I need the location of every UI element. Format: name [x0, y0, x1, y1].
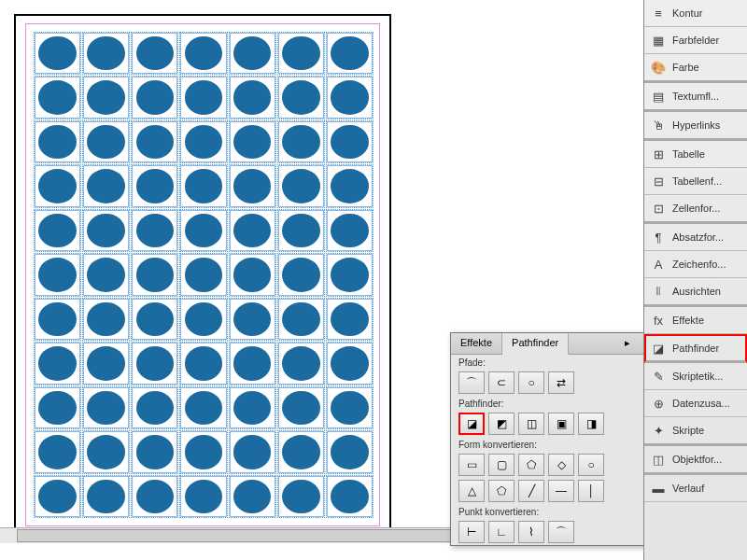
grid-cell[interactable] [180, 431, 226, 472]
grid-cell[interactable] [180, 165, 226, 206]
grid-cell[interactable] [132, 165, 177, 206]
grid-cell[interactable] [180, 387, 226, 428]
grid-cell[interactable] [83, 387, 129, 428]
panel-effekte[interactable]: fxEffekte [644, 307, 747, 334]
grid-cell[interactable] [132, 121, 177, 162]
tab-pathfinder[interactable]: Pathfinder [502, 333, 569, 355]
shape-vline-button[interactable]: │ [578, 480, 604, 502]
grid-cell[interactable] [230, 476, 275, 517]
shape-roundrect-button[interactable]: ▢ [488, 454, 514, 476]
pathfinder-subtract-button[interactable]: ◩ [488, 413, 514, 435]
panel-farbfelder[interactable]: ▦Farbfelder [644, 27, 747, 54]
point-smooth-button[interactable]: ⌇ [518, 521, 544, 543]
grid-cell[interactable] [83, 77, 129, 118]
grid-cell[interactable] [180, 299, 226, 340]
grid-cell[interactable] [327, 387, 373, 428]
path-reverse-button[interactable]: ⇄ [548, 371, 574, 394]
panel-hyperlinks[interactable]: 🖱Hyperlinks [644, 112, 747, 141]
grid-cell[interactable] [278, 431, 324, 472]
grid-cell[interactable] [83, 343, 129, 384]
grid-cell[interactable] [35, 343, 80, 384]
pathfinder-exclude-button[interactable]: ▣ [548, 413, 574, 435]
grid-cell[interactable] [278, 210, 324, 251]
grid-cell[interactable] [230, 121, 275, 162]
grid-cell[interactable] [83, 299, 129, 340]
shape-polygon-button[interactable]: ⬠ [488, 480, 514, 502]
grid-cell[interactable] [35, 476, 80, 517]
grid-cell[interactable] [35, 210, 80, 251]
grid-cell[interactable] [83, 254, 129, 295]
grid-cell[interactable] [327, 77, 373, 118]
grid-cell[interactable] [83, 431, 129, 472]
panel-farbe[interactable]: 🎨Farbe [644, 54, 747, 83]
shape-ellipse-button[interactable]: ○ [578, 454, 604, 476]
grid-cell[interactable] [180, 476, 226, 517]
grid-cell[interactable] [278, 77, 324, 118]
grid-cell[interactable] [35, 33, 80, 74]
grid-cell[interactable] [327, 343, 373, 384]
grid-cell[interactable] [230, 165, 275, 206]
panel-datenzusammen[interactable]: ⊕Datenzusa... [644, 390, 747, 417]
grid-cell[interactable] [35, 77, 80, 118]
grid-cell[interactable] [230, 77, 275, 118]
panel-objektformate[interactable]: ◫Objektfor... [644, 446, 747, 475]
grid-cell[interactable] [83, 121, 129, 162]
grid-cell[interactable] [180, 121, 226, 162]
grid-cell[interactable] [180, 343, 226, 384]
grid-cell[interactable] [132, 33, 177, 74]
grid-cell[interactable] [35, 299, 80, 340]
panel-verlauf[interactable]: ▬Verlauf [644, 475, 747, 502]
grid-cell[interactable] [327, 165, 373, 206]
grid-cell[interactable] [132, 299, 177, 340]
point-symmetric-button[interactable]: ⌒ [548, 521, 574, 543]
panel-kontur[interactable]: ≡Kontur [644, 0, 747, 27]
grid-cell[interactable] [35, 431, 80, 472]
panel-tabelle[interactable]: ⊞Tabelle [644, 141, 747, 168]
grid-cell[interactable] [327, 254, 373, 295]
grid-cell[interactable] [83, 210, 129, 251]
grid-cell[interactable] [180, 210, 226, 251]
pathfinder-minus-back-button[interactable]: ◨ [578, 413, 604, 435]
point-corner-button[interactable]: ∟ [488, 521, 514, 543]
grid-cell[interactable] [180, 33, 226, 74]
grid-cell[interactable] [132, 476, 177, 517]
shape-rect-button[interactable]: ▭ [458, 454, 485, 476]
circle-grid[interactable] [35, 33, 373, 517]
grid-cell[interactable] [132, 254, 177, 295]
grid-cell[interactable] [35, 165, 80, 206]
panel-menu-icon[interactable]: ▸ [611, 333, 645, 354]
grid-cell[interactable] [327, 476, 373, 517]
point-plain-button[interactable]: ⊢ [458, 521, 485, 543]
shape-line-button[interactable]: ╱ [518, 480, 544, 502]
grid-cell[interactable] [278, 121, 324, 162]
grid-cell[interactable] [132, 77, 177, 118]
grid-cell[interactable] [132, 210, 177, 251]
grid-cell[interactable] [327, 210, 373, 251]
grid-cell[interactable] [230, 343, 275, 384]
shape-bevel-button[interactable]: ⬠ [518, 454, 544, 476]
grid-cell[interactable] [278, 476, 324, 517]
page-canvas[interactable] [14, 14, 391, 536]
path-join-button[interactable]: ⌒ [458, 371, 485, 394]
grid-cell[interactable] [278, 254, 324, 295]
path-close-button[interactable]: ○ [518, 371, 544, 394]
panel-zeichenformate[interactable]: AZeichenfo... [644, 251, 747, 278]
grid-cell[interactable] [83, 165, 129, 206]
tab-effekte[interactable]: Effekte [451, 333, 502, 354]
grid-cell[interactable] [278, 33, 324, 74]
pathfinder-intersect-button[interactable]: ◫ [518, 413, 544, 435]
grid-cell[interactable] [327, 121, 373, 162]
grid-cell[interactable] [132, 431, 177, 472]
grid-cell[interactable] [327, 299, 373, 340]
panel-ausrichten[interactable]: ⫴Ausrichten [644, 278, 747, 307]
grid-cell[interactable] [230, 254, 275, 295]
grid-cell[interactable] [83, 33, 129, 74]
panel-skripte[interactable]: ✦Skripte [644, 417, 747, 446]
grid-cell[interactable] [230, 387, 275, 428]
grid-cell[interactable] [230, 299, 275, 340]
grid-cell[interactable] [327, 33, 373, 74]
grid-cell[interactable] [327, 431, 373, 472]
grid-cell[interactable] [230, 210, 275, 251]
grid-cell[interactable] [180, 77, 226, 118]
grid-cell[interactable] [180, 254, 226, 295]
